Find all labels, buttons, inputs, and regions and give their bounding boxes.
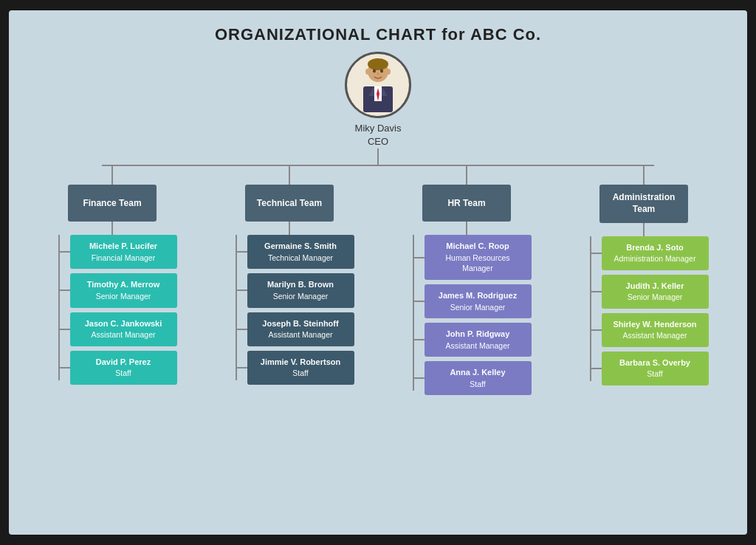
finance-team-box: Finance Team xyxy=(68,185,157,222)
admin-members: Brenda J. Soto Administration Manager Ju… xyxy=(580,236,709,390)
list-item: David P. Perez Staff xyxy=(70,351,177,385)
finance-v-line xyxy=(111,166,113,185)
ceo-v-connector xyxy=(377,148,379,165)
member-card: Shirley W. Henderson Assistant Manager xyxy=(602,313,709,347)
member-card: Jason C. Jankowski Assistant Manager xyxy=(70,312,177,346)
member-card: Anna J. Kelley Staff xyxy=(425,361,532,395)
chart-container: ORGANIZATIONAL CHART for ABC Co. xyxy=(9,10,747,535)
member-card: David P. Perez Staff xyxy=(70,351,177,385)
list-item: Brenda J. Soto Administration Manager xyxy=(602,236,709,270)
member-card: Michael C. Roop Human Resources Manager xyxy=(425,235,532,280)
finance-members: Michele P. Lucifer Financial Manager Tim… xyxy=(48,235,177,388)
list-item: Michael C. Roop Human Resources Manager xyxy=(425,235,532,280)
list-item: Timothy A. Merrow Senior Manager xyxy=(70,273,177,307)
list-item: Marilyn B. Brown Senior Manager xyxy=(247,273,354,307)
hr-team-column: HR Team Michael C. Roop Human Resources … xyxy=(378,166,555,400)
list-item: John P. Ridgway Assistant Manager xyxy=(425,323,532,357)
member-card: Jimmie V. Robertson Staff xyxy=(247,351,354,385)
ceo-section: Miky Davis CEO Finance Team Michele P. xyxy=(24,52,732,400)
technical-team-column: Technical Team Germaine S. Smith Technic… xyxy=(201,166,378,388)
technical-v-line2 xyxy=(289,222,290,235)
admin-team-box: Administration Team xyxy=(599,185,688,222)
finance-v-line2 xyxy=(111,222,113,235)
member-card: Brenda J. Soto Administration Manager xyxy=(602,236,709,270)
list-item: Anna J. Kelley Staff xyxy=(425,361,532,395)
svg-point-9 xyxy=(386,69,391,75)
hr-v-line xyxy=(466,166,467,185)
ceo-name: Miky Davis CEO xyxy=(355,122,402,148)
list-item: Judith J. Keller Senior Manager xyxy=(602,275,709,309)
member-card: Judith J. Keller Senior Manager xyxy=(602,275,709,309)
list-item: James M. Rodriguez Senior Manager xyxy=(425,284,532,318)
svg-point-10 xyxy=(373,69,376,73)
member-card: Barbara S. Overby Staff xyxy=(602,352,709,385)
technical-team-box: Technical Team xyxy=(245,185,334,222)
finance-team-column: Finance Team Michele P. Lucifer Financia… xyxy=(24,166,201,388)
svg-point-12 xyxy=(377,72,379,75)
technical-v-line xyxy=(289,166,290,185)
list-item: Joseph B. Steinhoff Assistant Manager xyxy=(247,312,354,346)
technical-members: Germaine S. Smith Technical Manager Mari… xyxy=(225,235,354,388)
admin-v-line2 xyxy=(643,223,645,236)
member-card: Michele P. Lucifer Financial Manager xyxy=(70,235,177,269)
admin-v-line xyxy=(643,166,645,185)
member-card: Germaine S. Smith Technical Manager xyxy=(247,235,354,269)
list-item: Germaine S. Smith Technical Manager xyxy=(247,235,354,269)
svg-point-2 xyxy=(368,58,388,70)
ceo-avatar xyxy=(345,52,411,118)
list-item: Shirley W. Henderson Assistant Manager xyxy=(602,313,709,347)
list-item: Jason C. Jankowski Assistant Manager xyxy=(70,312,177,346)
list-item: Jimmie V. Robertson Staff xyxy=(247,351,354,385)
list-item: Michele P. Lucifer Financial Manager xyxy=(70,235,177,269)
hr-members: Michael C. Roop Human Resources Manager … xyxy=(402,235,532,400)
member-card: Marilyn B. Brown Senior Manager xyxy=(247,273,354,307)
member-card: Joseph B. Steinhoff Assistant Manager xyxy=(247,312,354,346)
list-item: Barbara S. Overby Staff xyxy=(602,352,709,385)
svg-point-11 xyxy=(380,69,383,73)
ceo-node: Miky Davis CEO xyxy=(345,52,411,148)
hr-team-box: HR Team xyxy=(422,185,511,222)
svg-point-8 xyxy=(365,69,370,75)
member-card: Timothy A. Merrow Senior Manager xyxy=(70,273,177,307)
chart-title: ORGANIZATIONAL CHART for ABC Co. xyxy=(24,25,732,44)
teams-row: Finance Team Michele P. Lucifer Financia… xyxy=(24,166,732,400)
admin-team-column: Administration Team Brenda J. Soto Admin… xyxy=(555,166,732,390)
member-card: John P. Ridgway Assistant Manager xyxy=(425,323,532,357)
hr-v-line2 xyxy=(466,222,467,235)
member-card: James M. Rodriguez Senior Manager xyxy=(425,284,532,318)
